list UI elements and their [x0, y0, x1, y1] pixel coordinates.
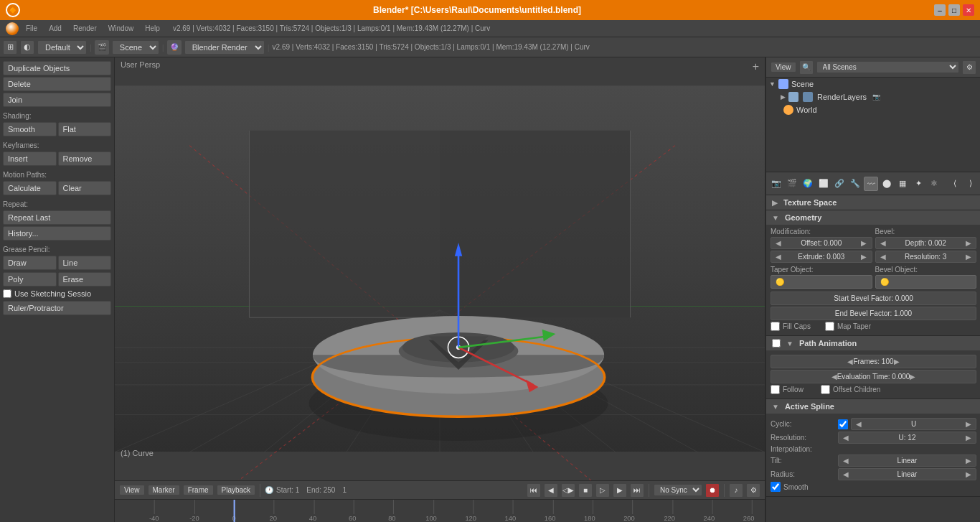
res-spline-arrow-left[interactable]: ◀	[843, 434, 849, 442]
prop-physics-icon[interactable]: ⚛	[927, 177, 941, 191]
renderlayers-btn[interactable]: 📷	[872, 93, 880, 101]
line-button[interactable]: Line	[58, 256, 112, 270]
cyclic-checkbox[interactable]	[838, 419, 848, 429]
radius-arrow-right[interactable]: ▶	[966, 470, 971, 478]
menu-file[interactable]: File	[22, 23, 42, 34]
prop-nav-icon[interactable]: ⟨	[948, 177, 962, 191]
close-button[interactable]: ✕	[963, 4, 974, 16]
frames-arrow-left[interactable]: ◀	[847, 358, 853, 365]
res-arrow-left[interactable]: ◀	[880, 253, 886, 261]
tl-stop[interactable]: ■	[578, 483, 593, 498]
join-button[interactable]: Join	[3, 93, 111, 107]
viewport-expand-button[interactable]: +	[753, 60, 759, 73]
prop-object-icon[interactable]: ⬜	[816, 177, 831, 191]
prop-modifiers-icon[interactable]: 🔧	[848, 177, 862, 191]
tl-play-back[interactable]: ◁▶	[561, 483, 575, 498]
active-spline-header[interactable]: ▼ Active Spline	[766, 399, 980, 414]
prop-render-icon[interactable]: 📷	[769, 177, 783, 191]
radius-field[interactable]: ◀ Linear ▶	[838, 468, 976, 480]
resolution-spline-field[interactable]: ◀ U: 12 ▶	[838, 432, 976, 444]
flat-button[interactable]: Flat	[58, 122, 112, 136]
tl-audio-icon[interactable]: ♪	[729, 483, 743, 498]
tl-view-btn[interactable]: View	[119, 485, 145, 495]
extrude-arrow-right[interactable]: ▶	[861, 253, 867, 261]
extrude-field[interactable]: ◀ Extrude: 0.003 ▶	[771, 251, 872, 263]
repeat-last-button[interactable]: Repeat Last	[3, 210, 111, 225]
tl-marker-btn[interactable]: Marker	[148, 485, 180, 495]
tree-item-scene[interactable]: ▼ Scene	[766, 78, 980, 90]
scene-selector[interactable]: Scene	[112, 40, 159, 55]
tl-sync-selector[interactable]: No Sync	[654, 484, 702, 496]
geometry-header[interactable]: ▼ Geometry	[766, 210, 980, 225]
follow-checkbox[interactable]	[771, 385, 780, 394]
tl-jump-start[interactable]: ⏮	[527, 483, 541, 498]
clear-button[interactable]: Clear	[58, 181, 112, 195]
prop-texture-icon[interactable]: ▦	[895, 177, 910, 191]
tilt-arrow-left[interactable]: ◀	[843, 457, 849, 465]
outliner-scope-selector[interactable]: All Scenes	[816, 61, 960, 73]
tree-item-world[interactable]: World	[766, 103, 980, 116]
outliner-settings-icon[interactable]: ⚙	[962, 60, 976, 75]
offset-field[interactable]: ◀ Offset: 0.000 ▶	[771, 237, 872, 249]
tl-frame-btn[interactable]: Frame	[183, 485, 214, 495]
draw-button[interactable]: Draw	[3, 256, 57, 270]
res-spline-arrow-right[interactable]: ▶	[966, 434, 971, 442]
smooth-button[interactable]: Smooth	[3, 122, 57, 136]
map-taper-checkbox[interactable]	[825, 322, 834, 331]
prop-particle-icon[interactable]: ✦	[911, 177, 925, 191]
insert-keyframe-button[interactable]: Insert	[3, 152, 57, 166]
prop-world-icon[interactable]: 🌍	[801, 177, 815, 191]
tl-prev-frame[interactable]: ◀	[544, 483, 558, 498]
fill-caps-checkbox[interactable]	[771, 322, 780, 331]
duplicate-objects-button[interactable]: Duplicate Objects	[3, 61, 111, 75]
path-animation-header[interactable]: ▼ Path Animation	[766, 336, 980, 350]
eval-arrow-left[interactable]: ◀	[831, 373, 837, 381]
delete-button[interactable]: Delete	[3, 77, 111, 91]
extrude-arrow-left[interactable]: ◀	[776, 253, 781, 261]
tl-play[interactable]: ▷	[595, 483, 610, 498]
depth-field[interactable]: ◀ Depth: 0.002 ▶	[875, 237, 977, 249]
eval-arrow-right[interactable]: ▶	[910, 373, 915, 381]
tilt-arrow-right[interactable]: ▶	[966, 457, 971, 465]
taper-object-field[interactable]: 🟡	[771, 275, 872, 289]
cyclic-arrow-right[interactable]: ▶	[966, 420, 971, 428]
ruler-button[interactable]: Ruler/Protractor	[3, 301, 111, 315]
sketching-checkbox[interactable]	[3, 289, 11, 298]
tilt-field[interactable]: ◀ Linear ▶	[838, 455, 976, 467]
start-bevel-field[interactable]: Start Bevel Factor: 0.000	[771, 292, 976, 305]
menu-window[interactable]: Window	[104, 23, 138, 34]
prop-scene-icon[interactable]: 🎬	[785, 177, 799, 191]
outliner-view-btn[interactable]: View	[771, 62, 796, 73]
offset-arrow-right[interactable]: ▶	[861, 239, 867, 247]
tl-jump-end[interactable]: ⏭	[630, 483, 644, 498]
outliner-search-btn[interactable]: 🔍	[799, 60, 814, 75]
tree-item-renderlayers[interactable]: ▶ RenderLayers 📷	[766, 90, 980, 103]
cyclic-value-field[interactable]: ◀ U ▶	[851, 418, 976, 430]
res-arrow-right[interactable]: ▶	[966, 253, 971, 261]
erase-button[interactable]: Erase	[58, 272, 112, 286]
end-bevel-field[interactable]: End Bevel Factor: 1.000	[771, 307, 976, 320]
minimize-button[interactable]: –	[934, 4, 946, 16]
workspace-selector[interactable]: Default	[37, 40, 87, 55]
maximize-button[interactable]: □	[948, 4, 960, 16]
offset-arrow-left[interactable]: ◀	[776, 239, 781, 247]
bevel-object-field[interactable]: 🟡	[875, 275, 977, 289]
render-engine-selector[interactable]: Blender Render	[184, 40, 265, 55]
tl-next-frame[interactable]: ▶	[613, 483, 627, 498]
radius-arrow-left[interactable]: ◀	[843, 470, 849, 478]
path-animation-checkbox[interactable]	[772, 339, 781, 348]
tl-settings-icon[interactable]: ⚙	[746, 483, 760, 498]
prop-constraints-icon[interactable]: 🔗	[832, 177, 847, 191]
tl-playback-btn[interactable]: Playback	[217, 485, 256, 495]
tl-record-btn[interactable]: ⏺	[705, 483, 720, 498]
calculate-button[interactable]: Calculate	[3, 181, 57, 195]
poly-button[interactable]: Poly	[3, 272, 57, 286]
menu-render[interactable]: Render	[69, 23, 101, 34]
resolution-field[interactable]: ◀ Resolution: 3 ▶	[875, 251, 977, 263]
texture-space-header[interactable]: ▶ Texture Space	[766, 195, 980, 210]
menu-help[interactable]: Help	[141, 23, 164, 34]
eval-time-field[interactable]: ◀ Evaluation Time: 0.000 ▶	[771, 370, 976, 383]
remove-keyframe-button[interactable]: Remove	[58, 152, 112, 166]
cyclic-arrow-left[interactable]: ◀	[856, 420, 862, 428]
depth-arrow-right[interactable]: ▶	[966, 239, 971, 247]
